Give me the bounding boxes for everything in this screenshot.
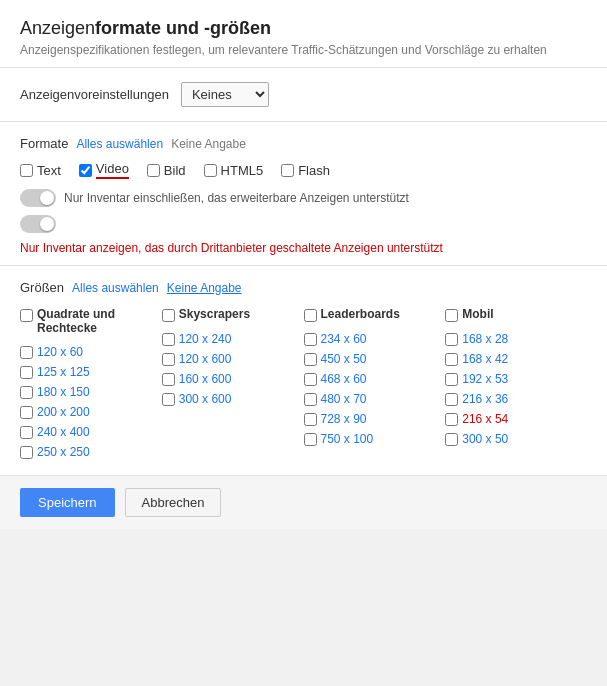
cb-234x60[interactable] <box>304 333 317 346</box>
toggle-2[interactable] <box>20 215 56 233</box>
size-column-header-mobil: Mobil <box>445 307 579 322</box>
grossen-title: Größen <box>20 280 64 295</box>
anzeigenvoreinstellungen-section: Anzeigenvoreinstellungen Keines <box>0 68 607 122</box>
size-column-quadrate: Quadrate und Rechtecke 120 x 60 125 x 12… <box>20 307 162 465</box>
cb-450x50[interactable] <box>304 353 317 366</box>
grossen-select-all[interactable]: Alles auswählen <box>72 281 159 295</box>
checkbox-text[interactable] <box>20 164 33 177</box>
size-300x50[interactable]: 300 x 50 <box>462 432 508 446</box>
size-728x90[interactable]: 728 x 90 <box>321 412 367 426</box>
anzeigen-dropdown[interactable]: Keines <box>181 82 269 107</box>
size-item: 300 x 600 <box>162 392 296 406</box>
checkbox-item-flash[interactable]: Flash <box>281 163 330 178</box>
size-item: 216 x 54 <box>445 412 579 426</box>
size-120x60[interactable]: 120 x 60 <box>37 345 83 359</box>
toggle-1-knob <box>40 191 54 205</box>
quadrate-header-label: Quadrate und Rechtecke <box>37 307 154 335</box>
checkbox-bild[interactable] <box>147 164 160 177</box>
size-item: 240 x 400 <box>20 425 154 439</box>
size-item: 234 x 60 <box>304 332 438 346</box>
toggle-2-knob <box>40 217 54 231</box>
grossen-no-entry[interactable]: Keine Angabe <box>167 281 242 295</box>
size-180x150[interactable]: 180 x 150 <box>37 385 90 399</box>
cb-216x36[interactable] <box>445 393 458 406</box>
cb-250x250[interactable] <box>20 446 33 459</box>
cancel-button[interactable]: Abbrechen <box>125 488 222 517</box>
cb-480x70[interactable] <box>304 393 317 406</box>
size-234x60[interactable]: 234 x 60 <box>321 332 367 346</box>
cb-120x600[interactable] <box>162 353 175 366</box>
formate-title: Formate <box>20 136 68 151</box>
cb-120x60[interactable] <box>20 346 33 359</box>
cb-168x28[interactable] <box>445 333 458 346</box>
size-160x600[interactable]: 160 x 600 <box>179 372 232 386</box>
cb-192x53[interactable] <box>445 373 458 386</box>
size-250x250[interactable]: 250 x 250 <box>37 445 90 459</box>
checkbox-label-html5: HTML5 <box>221 163 264 178</box>
cb-240x400[interactable] <box>20 426 33 439</box>
cb-180x150[interactable] <box>20 386 33 399</box>
title-normal: Anzeigen <box>20 18 95 38</box>
size-450x50[interactable]: 450 x 50 <box>321 352 367 366</box>
size-750x100[interactable]: 750 x 100 <box>321 432 374 446</box>
checkbox-item-html5[interactable]: HTML5 <box>204 163 264 178</box>
checkbox-label-text: Text <box>37 163 61 178</box>
size-item: 216 x 36 <box>445 392 579 406</box>
size-item: 180 x 150 <box>20 385 154 399</box>
video-underline <box>96 177 129 179</box>
size-125x125[interactable]: 125 x 125 <box>37 365 90 379</box>
size-120x240[interactable]: 120 x 240 <box>179 332 232 346</box>
size-item: 120 x 60 <box>20 345 154 359</box>
size-300x600[interactable]: 300 x 600 <box>179 392 232 406</box>
cb-160x600[interactable] <box>162 373 175 386</box>
checkbox-html5[interactable] <box>204 164 217 177</box>
cb-168x42[interactable] <box>445 353 458 366</box>
save-button[interactable]: Speichern <box>20 488 115 517</box>
size-168x42[interactable]: 168 x 42 <box>462 352 508 366</box>
checkbox-quadrate-header[interactable] <box>20 309 33 322</box>
checkbox-label-flash: Flash <box>298 163 330 178</box>
checkbox-skyscrapers-header[interactable] <box>162 309 175 322</box>
size-item: 120 x 240 <box>162 332 296 346</box>
size-168x28[interactable]: 168 x 28 <box>462 332 508 346</box>
cb-300x50[interactable] <box>445 433 458 446</box>
checkbox-item-text[interactable]: Text <box>20 163 61 178</box>
cb-216x54[interactable] <box>445 413 458 426</box>
size-120x600[interactable]: 120 x 600 <box>179 352 232 366</box>
cb-200x200[interactable] <box>20 406 33 419</box>
cb-125x125[interactable] <box>20 366 33 379</box>
size-item: 728 x 90 <box>304 412 438 426</box>
size-item: 450 x 50 <box>304 352 438 366</box>
cb-468x60[interactable] <box>304 373 317 386</box>
size-468x60[interactable]: 468 x 60 <box>321 372 367 386</box>
size-216x36[interactable]: 216 x 36 <box>462 392 508 406</box>
toggle-1[interactable] <box>20 189 56 207</box>
formate-no-entry[interactable]: Keine Angabe <box>171 137 246 151</box>
checkbox-label-bild: Bild <box>164 163 186 178</box>
leaderboards-header-label: Leaderboards <box>321 307 400 321</box>
size-192x53[interactable]: 192 x 53 <box>462 372 508 386</box>
cb-300x600[interactable] <box>162 393 175 406</box>
toggle-row-1: Nur Inventar einschließen, das erweiterb… <box>20 189 587 207</box>
checkbox-video[interactable] <box>79 164 92 177</box>
checkbox-item-bild[interactable]: Bild <box>147 163 186 178</box>
checkbox-flash[interactable] <box>281 164 294 177</box>
size-item: 120 x 600 <box>162 352 296 366</box>
formate-select-all[interactable]: Alles auswählen <box>76 137 163 151</box>
size-216x54[interactable]: 216 x 54 <box>462 412 508 426</box>
header: Anzeigenformate und -größen Anzeigenspez… <box>0 0 607 68</box>
checkbox-mobil-header[interactable] <box>445 309 458 322</box>
cb-750x100[interactable] <box>304 433 317 446</box>
skyscrapers-header-label: Skyscrapers <box>179 307 250 321</box>
footer: Speichern Abbrechen <box>0 475 607 529</box>
cb-120x240[interactable] <box>162 333 175 346</box>
size-240x400[interactable]: 240 x 400 <box>37 425 90 439</box>
size-200x200[interactable]: 200 x 200 <box>37 405 90 419</box>
checkbox-leaderboards-header[interactable] <box>304 309 317 322</box>
checkbox-item-video[interactable]: Video <box>79 161 129 179</box>
cb-728x90[interactable] <box>304 413 317 426</box>
size-column-header-leaderboards: Leaderboards <box>304 307 438 322</box>
size-480x70[interactable]: 480 x 70 <box>321 392 367 406</box>
page-subtitle: Anzeigenspezifikationen festlegen, um re… <box>20 43 587 57</box>
sizes-grid: Quadrate und Rechtecke 120 x 60 125 x 12… <box>20 307 587 465</box>
